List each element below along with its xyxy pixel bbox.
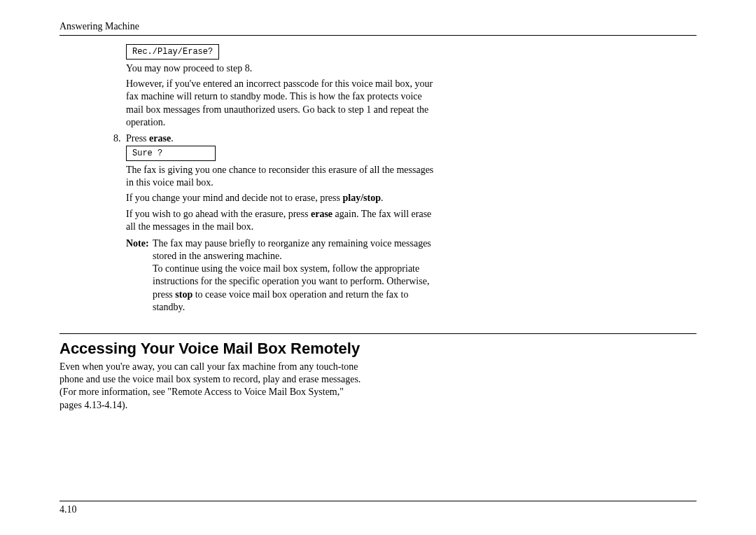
note-line-2: To continue using the voice mail box sys… <box>153 263 440 314</box>
step8-prefix: Press <box>126 133 149 144</box>
page-number: 4.10 <box>59 504 77 515</box>
step-text: Press erase. <box>126 133 174 144</box>
step8-suffix: . <box>171 133 174 144</box>
note-block: Note: The fax may pause briefly to reorg… <box>126 237 696 314</box>
playstop-keyword: play/stop <box>342 193 380 203</box>
paragraph-erase-confirm: If you wish to go ahead with the erasure… <box>126 208 434 233</box>
step-number: 8. <box>113 133 126 144</box>
lcd-display-sure: Sure ? <box>126 146 216 161</box>
paragraph-proceed: You may now proceed to step 8. <box>126 62 434 75</box>
lcd-display-rec-play-erase: Rec./Play/Erase? <box>126 44 219 60</box>
section-intro: Even when you're away, you can call your… <box>59 361 368 412</box>
erase-keyword-2: erase <box>311 209 332 219</box>
p4-suffix: . <box>381 193 384 203</box>
page-header: Answering Machine <box>59 21 696 36</box>
paragraph-incorrect-passcode: However, if you've entered an incorrect … <box>126 78 434 129</box>
paragraph-playstop: If you change your mind and decide not t… <box>126 192 434 204</box>
p5-prefix: If you wish to go ahead with the erasure… <box>126 209 311 219</box>
section-divider <box>59 333 696 334</box>
note-text: The fax may pause briefly to reorganize … <box>153 237 440 314</box>
note-label: Note: <box>126 237 153 314</box>
note-line-1: The fax may pause briefly to reorganize … <box>153 237 440 263</box>
step-8: 8. Press erase. <box>126 133 696 144</box>
p4-prefix: If you change your mind and decide not t… <box>126 193 342 203</box>
stop-keyword: stop <box>175 289 192 300</box>
paragraph-reconsider: The fax is giving you one chance to reco… <box>126 164 434 189</box>
erase-keyword: erase <box>149 133 171 144</box>
page-footer: 4.10 <box>59 501 696 515</box>
section-heading: Accessing Your Voice Mail Box Remotely <box>59 340 696 358</box>
